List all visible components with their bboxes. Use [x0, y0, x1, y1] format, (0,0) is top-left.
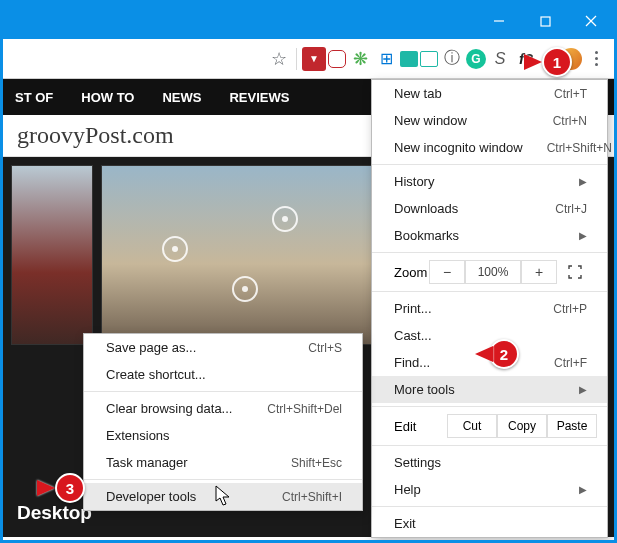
- minimize-icon: [493, 15, 505, 27]
- annotation-badge-1: 1: [528, 47, 572, 77]
- chevron-right-icon: ▶: [579, 230, 587, 241]
- zoom-in-button[interactable]: +: [521, 260, 557, 284]
- cut-button[interactable]: Cut: [447, 414, 497, 438]
- submenu-extensions[interactable]: Extensions: [84, 422, 362, 449]
- extension-windows-icon[interactable]: ⊞: [374, 47, 398, 71]
- bookmark-star-icon[interactable]: ☆: [267, 47, 291, 71]
- menu-zoom-row: Zoom − 100% +: [372, 256, 607, 288]
- menu-history[interactable]: History▶: [372, 168, 607, 195]
- menu-bookmarks[interactable]: Bookmarks▶: [372, 222, 607, 249]
- nav-item[interactable]: NEWS: [162, 90, 201, 105]
- annotation-badge-2: 2: [475, 339, 519, 369]
- extension-s-icon[interactable]: S: [488, 47, 512, 71]
- browser-toolbar: ☆ ▼ ❋ ⊞ ⓘ G S f?: [3, 39, 614, 79]
- submenu-task-manager[interactable]: Task managerShift+Esc: [84, 449, 362, 476]
- menu-new-window[interactable]: New windowCtrl+N: [372, 107, 607, 134]
- window-titlebar: [3, 3, 614, 39]
- menu-incognito[interactable]: New incognito windowCtrl+Shift+N: [372, 134, 607, 161]
- edit-label: Edit: [394, 419, 447, 434]
- submenu-create-shortcut[interactable]: Create shortcut...: [84, 361, 362, 388]
- zoom-label: Zoom: [394, 265, 429, 280]
- menu-edit-row: Edit Cut Copy Paste: [372, 410, 607, 442]
- nav-item[interactable]: ST OF: [15, 90, 53, 105]
- close-button[interactable]: [568, 3, 614, 39]
- submenu-clear-browsing-data[interactable]: Clear browsing data...Ctrl+Shift+Del: [84, 395, 362, 422]
- menu-downloads[interactable]: DownloadsCtrl+J: [372, 195, 607, 222]
- submenu-save-page[interactable]: Save page as...Ctrl+S: [84, 334, 362, 361]
- close-icon: [585, 15, 597, 27]
- fullscreen-icon: [568, 265, 582, 279]
- site-logo[interactable]: groovyPost.com: [17, 122, 174, 149]
- chrome-main-menu: New tabCtrl+T New windowCtrl+N New incog…: [371, 79, 608, 538]
- extension-teal-icon[interactable]: [400, 51, 418, 67]
- maximize-icon: [540, 16, 551, 27]
- cursor-icon: [215, 485, 233, 507]
- menu-print[interactable]: Print...Ctrl+P: [372, 295, 607, 322]
- nav-item[interactable]: HOW TO: [81, 90, 134, 105]
- extension-news-icon[interactable]: [420, 51, 438, 67]
- zoom-out-button[interactable]: −: [429, 260, 465, 284]
- article-thumbnail[interactable]: [11, 165, 93, 345]
- minimize-button[interactable]: [476, 3, 522, 39]
- zoom-value: 100%: [465, 260, 521, 284]
- menu-new-tab[interactable]: New tabCtrl+T: [372, 80, 607, 107]
- maximize-button[interactable]: [522, 3, 568, 39]
- chevron-right-icon: ▶: [579, 484, 587, 495]
- extension-evernote-icon[interactable]: ❋: [348, 47, 372, 71]
- menu-more-tools[interactable]: More tools▶: [372, 376, 607, 403]
- menu-button[interactable]: [584, 47, 608, 71]
- article-title[interactable]: Desktop: [17, 501, 92, 525]
- extension-chat-icon[interactable]: [328, 50, 346, 68]
- svg-rect-1: [541, 17, 550, 26]
- menu-exit[interactable]: Exit: [372, 510, 607, 537]
- fullscreen-button[interactable]: [557, 260, 593, 284]
- extension-info-icon[interactable]: ⓘ: [440, 47, 464, 71]
- chevron-right-icon: ▶: [579, 384, 587, 395]
- extension-pdf-icon[interactable]: ▼: [302, 47, 326, 71]
- paste-button[interactable]: Paste: [547, 414, 597, 438]
- extension-grammarly-icon[interactable]: G: [466, 49, 486, 69]
- nav-item[interactable]: REVIEWS: [229, 90, 289, 105]
- menu-help[interactable]: Help▶: [372, 476, 607, 503]
- annotation-badge-3: 3: [41, 473, 85, 503]
- chevron-right-icon: ▶: [579, 176, 587, 187]
- toolbar-separator: [296, 48, 297, 70]
- menu-settings[interactable]: Settings: [372, 449, 607, 476]
- copy-button[interactable]: Copy: [497, 414, 547, 438]
